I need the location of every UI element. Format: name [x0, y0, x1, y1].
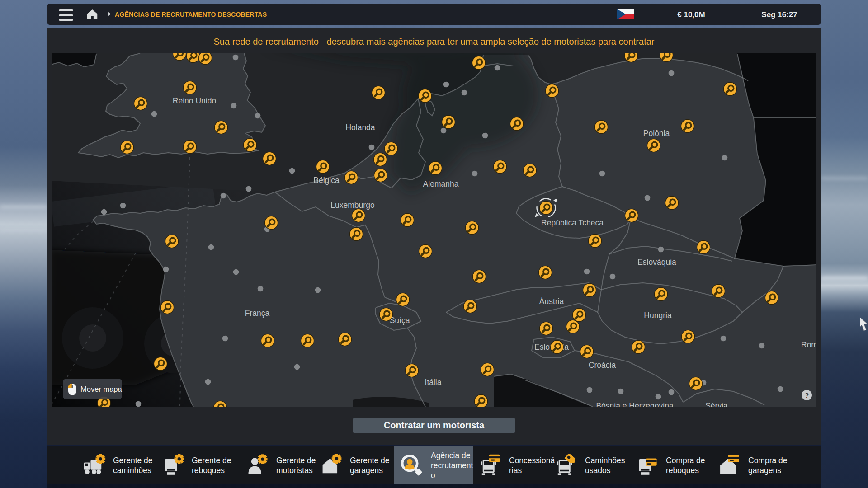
- svg-text:Reino Unido: Reino Unido: [173, 96, 216, 105]
- svg-text:Luxemburgo: Luxemburgo: [330, 201, 374, 210]
- svg-text:Hungria: Hungria: [644, 311, 672, 320]
- svg-text:Áustria: Áustria: [539, 297, 564, 306]
- svg-text:Suíça: Suíça: [390, 316, 410, 325]
- svg-text:França: França: [245, 309, 270, 318]
- svg-text:Holanda: Holanda: [345, 123, 375, 132]
- svg-text:Alemanha: Alemanha: [423, 179, 459, 188]
- svg-text:Rom: Rom: [801, 340, 816, 349]
- svg-text:Eslováquia: Eslováquia: [637, 258, 676, 267]
- svg-text:Bósnia e Herzegovina: Bósnia e Herzegovina: [596, 401, 673, 407]
- svg-text:Polônia: Polônia: [643, 129, 670, 138]
- svg-text:Itália: Itália: [425, 378, 442, 387]
- svg-text:República Tcheca: República Tcheca: [541, 218, 604, 227]
- svg-text:Bélgica: Bélgica: [313, 176, 340, 185]
- svg-text:Croácia: Croácia: [589, 361, 616, 370]
- svg-text:Sérvia: Sérvia: [705, 401, 728, 407]
